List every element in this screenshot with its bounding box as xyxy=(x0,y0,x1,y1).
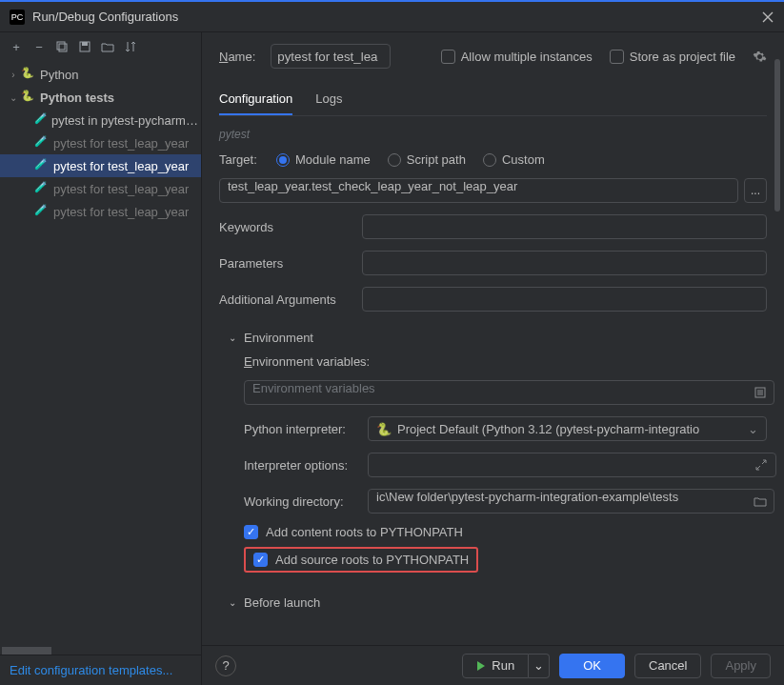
environment-header[interactable]: ⌄ Environment xyxy=(229,331,767,345)
interpreter-label: Python interpreter: xyxy=(244,422,368,436)
pytest-run-icon: 🧪 xyxy=(34,158,50,173)
pytest-section-title: pytest xyxy=(219,128,767,141)
tree-toolbar: + − xyxy=(0,32,201,61)
keywords-input[interactable] xyxy=(362,214,767,239)
tree-item-python[interactable]: 🐍 Python xyxy=(0,63,201,86)
checkbox-label: Store as project file xyxy=(630,50,735,64)
remove-config-button[interactable]: − xyxy=(29,36,50,57)
tabs: Configuration Logs xyxy=(219,86,767,116)
run-button[interactable]: Run xyxy=(462,654,529,678)
tree-item-pytest[interactable]: 🧪 pytest in pytest-pycharm-integration xyxy=(0,109,201,131)
h-scrollbar[interactable] xyxy=(2,647,51,655)
checkbox-label: Allow multiple instances xyxy=(461,50,593,64)
allow-multiple-checkbox[interactable]: Allow multiple instances xyxy=(441,50,593,64)
gear-icon[interactable] xyxy=(753,50,767,64)
add-config-button[interactable]: + xyxy=(6,36,27,57)
apply-button[interactable]: Apply xyxy=(711,654,771,678)
workdir-input[interactable]: ic\New folder\pytest-pycharm-integration… xyxy=(368,489,774,514)
python-icon: 🐍 xyxy=(21,90,36,105)
radio-module-name[interactable]: Module name xyxy=(276,152,371,167)
pytest-run-icon: 🧪 xyxy=(34,112,48,128)
env-vars-input-row: Environment variables xyxy=(244,380,767,405)
checkbox-label: Add content roots to PYTHONPATH xyxy=(266,525,463,539)
tree-label: pytest in pytest-pycharm-integration xyxy=(51,113,199,128)
target-browse-button[interactable]: ... xyxy=(744,178,767,203)
pytest-run-icon: 🧪 xyxy=(34,204,50,219)
checkbox-label: Add source roots to PYTHONPATH xyxy=(275,553,469,567)
checkbox-icon: ✓ xyxy=(244,525,258,539)
v-scrollbar[interactable] xyxy=(774,59,780,212)
run-button-group: Run ⌄ xyxy=(462,654,550,678)
name-label: Name: xyxy=(219,50,255,64)
close-icon[interactable] xyxy=(761,10,774,24)
save-config-button[interactable] xyxy=(74,36,95,57)
chevron-down-icon: ⌄ xyxy=(229,597,236,608)
app-icon: PC xyxy=(10,10,25,25)
folder-button[interactable] xyxy=(97,36,118,57)
highlighted-checkbox: ✓ Add source roots to PYTHONPATH xyxy=(244,547,478,573)
pytest-run-icon: 🧪 xyxy=(34,181,50,196)
parameters-input[interactable] xyxy=(362,251,767,275)
run-dropdown-button[interactable]: ⌄ xyxy=(529,654,550,678)
svg-rect-1 xyxy=(59,44,67,51)
before-launch-header[interactable]: ⌄ Before launch xyxy=(229,595,767,610)
store-project-checkbox[interactable]: Store as project file xyxy=(610,50,735,64)
add-content-roots-checkbox[interactable]: ✓ Add content roots to PYTHONPATH xyxy=(244,525,767,539)
svg-rect-3 xyxy=(82,42,88,46)
interpreter-options-label: Interpreter options: xyxy=(244,458,368,473)
sort-button[interactable] xyxy=(120,36,141,57)
interpreter-options-input[interactable] xyxy=(368,453,776,477)
keywords-row: Keywords xyxy=(219,214,767,239)
svg-rect-0 xyxy=(57,42,65,50)
tab-configuration[interactable]: Configuration xyxy=(219,86,292,115)
name-row-options: Allow multiple instances Store as projec… xyxy=(441,50,767,64)
tab-logs[interactable]: Logs xyxy=(315,86,342,115)
parameters-label: Parameters xyxy=(219,256,362,271)
environment-body: Environment variables: Environment varia… xyxy=(229,354,767,573)
tree-item-pytest[interactable]: 🧪 pytest for test_leap_year xyxy=(0,131,201,154)
cancel-button[interactable]: Cancel xyxy=(634,654,701,678)
checkbox-icon xyxy=(441,50,455,64)
target-input[interactable]: test_leap_year.test_check_leap_year_not_… xyxy=(219,178,738,203)
radio-custom[interactable]: Custom xyxy=(483,152,545,167)
checkbox-icon: ✓ xyxy=(253,553,268,567)
env-vars-input[interactable]: Environment variables xyxy=(244,380,774,405)
radio-label: Custom xyxy=(502,152,545,167)
interpreter-value: Project Default (Python 3.12 (pytest-pyc… xyxy=(397,422,699,436)
radio-icon xyxy=(276,153,290,167)
target-radio-group: Module name Script path Custom xyxy=(276,152,545,167)
ok-button[interactable]: OK xyxy=(559,654,625,678)
tree-label: pytest for test_leap_year xyxy=(53,159,189,173)
radio-label: Script path xyxy=(407,152,466,167)
chevron-down-icon xyxy=(6,92,21,103)
workdir-row: Working directory: ic\New folder\pytest-… xyxy=(244,489,767,514)
env-vars-label: Environment variables: xyxy=(244,354,370,369)
chevron-down-icon: ⌄ xyxy=(229,332,236,343)
interpreter-select[interactable]: 🐍Project Default (Python 3.12 (pytest-py… xyxy=(368,416,767,441)
tree-item-pytest[interactable]: 🧪 pytest for test_leap_year xyxy=(0,177,201,200)
help-button[interactable]: ? xyxy=(215,655,236,676)
environment-section: ⌄ Environment Environment variables: Env… xyxy=(219,331,767,573)
before-launch-title: Before launch xyxy=(244,595,320,610)
add-source-roots-checkbox[interactable]: ✓ Add source roots to PYTHONPATH xyxy=(253,553,469,567)
tree-item-pytest[interactable]: 🧪 pytest for test_leap_year xyxy=(0,200,201,223)
edit-templates-link[interactable]: Edit configuration templates... xyxy=(10,663,172,677)
python-icon: 🐍 xyxy=(376,422,392,436)
before-launch-section: ⌄ Before launch xyxy=(219,595,767,610)
main: + − 🐍 Python 🐍 Pyth xyxy=(0,32,784,685)
radio-script-path[interactable]: Script path xyxy=(388,152,466,167)
window-title: Run/Debug Configurations xyxy=(32,10,761,24)
tree-item-python-tests[interactable]: 🐍 Python tests xyxy=(0,86,201,109)
target-value-row: test_leap_year.test_check_leap_year_not_… xyxy=(219,178,767,203)
name-row: Name: Allow multiple instances Store as … xyxy=(219,44,767,69)
left-footer: Edit configuration templates... xyxy=(0,655,201,685)
python-icon: 🐍 xyxy=(21,67,36,82)
name-input[interactable] xyxy=(271,44,391,69)
additional-args-input[interactable] xyxy=(362,287,767,312)
copy-config-button[interactable] xyxy=(51,36,72,57)
left-panel: + − 🐍 Python 🐍 Pyth xyxy=(0,32,202,685)
target-label: Target: xyxy=(219,152,276,167)
parameters-row: Parameters xyxy=(219,251,767,275)
tree-item-pytest-selected[interactable]: 🧪 pytest for test_leap_year xyxy=(0,154,201,177)
chevron-right-icon xyxy=(6,70,21,80)
